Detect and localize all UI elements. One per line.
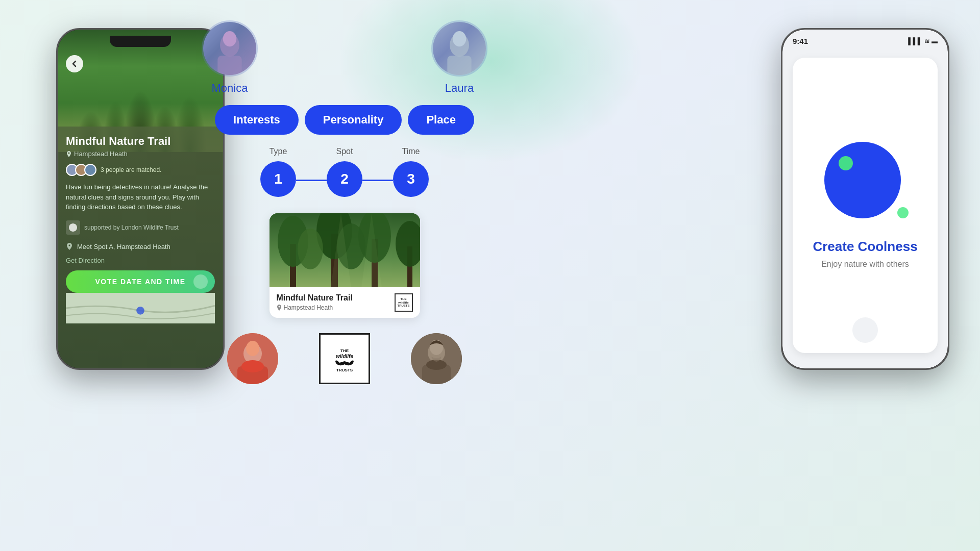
step-line-1	[296, 180, 327, 181]
wildlife-trust-logo: THE wildlife TRUSTS	[319, 333, 370, 384]
phone-screen-left: Mindful Nature Trail Hampstead Heath 3 p…	[58, 30, 223, 368]
meet-spot: Meet Spot A, Hampstead Heath	[77, 243, 170, 251]
matched-row: 3 people are matched.	[66, 164, 215, 176]
supported-row: supported by London Wildlife Trust	[66, 220, 215, 235]
svg-point-1	[136, 307, 144, 315]
tab-personality[interactable]: Personality	[305, 105, 402, 135]
phone-left: Mindful Nature Trail Hampstead Heath 3 p…	[56, 28, 225, 370]
avatar-woman	[227, 333, 278, 384]
trail-info-panel: Mindful Nature Trail Hampstead Heath 3 p…	[58, 127, 223, 368]
step-2: Spot 2	[327, 147, 362, 197]
step-1: Type 1	[260, 147, 296, 197]
create-coolness-title: Create Coolness	[813, 239, 917, 255]
svg-point-18	[298, 229, 323, 269]
steps-row: Type 1 Spot 2 Time 3	[237, 147, 452, 197]
step-3-label: Time	[402, 147, 420, 156]
monica-avatar	[202, 20, 258, 77]
small-green-circle-top	[839, 156, 853, 170]
right-screen-content: Create Coolness Enjoy nature with others	[793, 58, 938, 353]
svg-text:THE: THE	[340, 348, 349, 353]
avatar-man	[411, 333, 462, 384]
man-avatar-bg	[411, 333, 462, 384]
vote-toggle	[193, 274, 208, 289]
monica-avatar-bg	[203, 22, 256, 75]
phone-screen-right: 9:41 ▌▌▌ ≋ ▬ Create Coolness Enjoy natur…	[782, 30, 948, 368]
tabs-row: Interests Personality Place	[215, 105, 474, 135]
big-circle-container	[824, 142, 906, 223]
step-1-circle: 1	[260, 161, 296, 197]
phone-frame-right: 9:41 ▌▌▌ ≋ ▬ Create Coolness Enjoy natur…	[781, 28, 949, 370]
phone-frame-left: Mindful Nature Trail Hampstead Heath 3 p…	[56, 28, 225, 370]
trail-card-location: Hampstead Heath	[277, 304, 353, 311]
svg-point-3	[223, 31, 236, 46]
user-laura: Laura	[431, 20, 487, 95]
big-blue-circle	[824, 142, 901, 218]
status-bar: 9:41 ▌▌▌ ≋ ▬	[782, 30, 948, 45]
trail-location: Hampstead Heath	[66, 150, 215, 158]
trail-description: Have fun being detectives in nature! Ana…	[66, 182, 215, 212]
trail-card-title: Mindful Nature Trail	[277, 293, 353, 303]
svg-point-24	[241, 360, 264, 372]
svg-point-22	[246, 341, 259, 356]
trail-card-trust-logo: THEwildlifeTRUSTS	[395, 293, 413, 312]
signal-icon: ▌▌▌	[908, 37, 922, 45]
matched-avatars	[66, 164, 96, 176]
trail-card-info: Mindful Nature Trail Hampstead Heath THE…	[270, 287, 420, 318]
woman-avatar-bg	[227, 333, 278, 384]
svg-rect-4	[217, 56, 241, 75]
back-button[interactable]	[66, 55, 83, 72]
laura-name: Laura	[445, 82, 474, 95]
tab-interests[interactable]: Interests	[215, 105, 299, 135]
get-direction[interactable]: Get Direction	[66, 257, 215, 264]
trail-title: Mindful Nature Trail	[66, 135, 215, 148]
status-icons: ▌▌▌ ≋ ▬	[908, 37, 938, 45]
step-1-label: Type	[270, 147, 287, 156]
svg-point-6	[453, 31, 466, 46]
users-row: Monica Laura	[202, 20, 487, 95]
laura-avatar-bg	[433, 22, 486, 75]
spot-row: Meet Spot A, Hampstead Heath	[66, 243, 215, 251]
user-monica: Monica	[202, 20, 258, 95]
mini-avatar-3	[84, 164, 96, 176]
step-line-2	[362, 180, 393, 181]
phone-right: 9:41 ▌▌▌ ≋ ▬ Create Coolness Enjoy natur…	[781, 28, 949, 370]
step-3: Time 3	[393, 147, 429, 197]
trail-card[interactable]: Mindful Nature Trail Hampstead Heath THE…	[270, 213, 420, 318]
monica-name: Monica	[212, 82, 248, 95]
vote-button[interactable]: VOTE DATE AND TIME	[66, 270, 215, 293]
phone-notch-left	[110, 36, 171, 47]
map-preview	[66, 293, 215, 323]
wifi-icon: ≋	[924, 38, 929, 45]
step-3-circle: 3	[393, 161, 429, 197]
step-2-circle: 2	[327, 161, 362, 197]
battery-icon: ▬	[932, 38, 938, 45]
middle-section: Monica Laura Interests Personality Place	[245, 20, 444, 541]
support-text: supported by London Wildlife Trust	[84, 224, 179, 231]
tab-place[interactable]: Place	[408, 105, 474, 135]
laura-avatar	[431, 20, 487, 77]
bottom-avatars-row: THE wildlife TRUSTS	[227, 333, 462, 384]
step-2-label: Spot	[336, 147, 353, 156]
home-indicator[interactable]	[852, 317, 878, 343]
svg-text:wildlife: wildlife	[336, 354, 353, 359]
trail-card-image	[270, 213, 420, 287]
status-time: 9:41	[793, 37, 808, 45]
small-green-circle-bottom	[897, 207, 909, 218]
support-icon	[66, 220, 80, 235]
svg-rect-7	[447, 56, 471, 75]
create-coolness-subtitle: Enjoy nature with others	[821, 260, 909, 269]
svg-text:TRUSTS: TRUSTS	[336, 368, 353, 372]
matched-text: 3 people are matched.	[101, 166, 161, 173]
